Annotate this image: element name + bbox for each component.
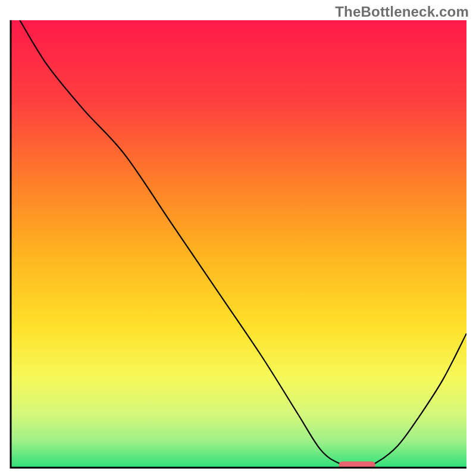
bottleneck-plot	[0, 0, 476, 476]
chart-frame: TheBottleneck.com	[0, 0, 476, 476]
gradient-background	[11, 20, 466, 468]
watermark: TheBottleneck.com	[335, 4, 469, 20]
